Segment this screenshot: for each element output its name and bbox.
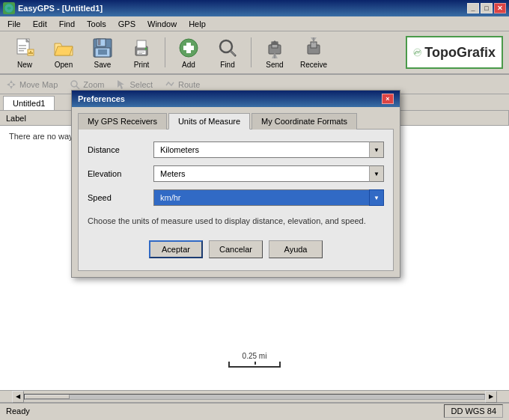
open-icon	[52, 36, 76, 60]
dialog-close-button[interactable]: ×	[382, 94, 394, 104]
dialog-body: My GPS Receivers Units of Measure My Coo…	[72, 107, 400, 277]
save-button[interactable]: Save	[84, 34, 121, 71]
distance-row: Distance Kilometers Miles Nautical Miles…	[88, 141, 384, 158]
find-button[interactable]: Find	[209, 34, 246, 71]
maximize-button[interactable]: □	[481, 3, 493, 13]
elevation-label: Elevation	[88, 169, 147, 178]
menu-window[interactable]: Window	[143, 18, 181, 30]
new-label: New	[17, 61, 32, 69]
dialog-buttons: Aceptar Cancelar Ayuda	[88, 234, 384, 261]
send-icon	[263, 36, 287, 60]
toolbar: New Open Save	[0, 31, 509, 75]
tab-gps-receivers[interactable]: My GPS Receivers	[78, 113, 167, 130]
receive-icon	[302, 36, 326, 60]
svg-rect-4	[19, 48, 26, 49]
select-icon	[116, 79, 127, 90]
find-icon	[216, 36, 240, 60]
title-bar-left: EasyGPS - [Untitled1]	[3, 2, 103, 14]
topografix-logo: TopoGrafix	[406, 36, 503, 69]
add-icon	[177, 36, 201, 60]
print-label: Print	[134, 61, 150, 69]
elevation-select[interactable]: Meters Feet	[153, 165, 384, 182]
svg-marker-37	[10, 86, 13, 89]
select-label: Select	[129, 80, 153, 89]
zoom-label: Zoom	[83, 80, 104, 89]
status-bar: Ready DD WGS 84	[0, 402, 509, 419]
scale-bar-mid	[254, 362, 256, 365]
svg-rect-15	[137, 40, 146, 48]
col-header-label: Label	[0, 111, 75, 125]
print-icon	[129, 36, 153, 60]
send-button[interactable]: Send	[256, 34, 293, 71]
speed-select[interactable]: km/hr mph knots	[153, 189, 384, 206]
route-tool: Route	[165, 79, 200, 90]
tab-units-of-measure[interactable]: Units of Measure	[168, 113, 250, 130]
scroll-left-arrow[interactable]: ◀	[12, 391, 24, 403]
status-right: DD WGS 84	[444, 404, 503, 418]
menu-bar: File Edit Find Tools GPS Window Help	[0, 16, 509, 31]
receive-button[interactable]: Receive	[295, 34, 332, 71]
move-map-tool: Move Map	[6, 79, 58, 90]
svg-rect-11	[98, 39, 100, 45]
scrollbar-track[interactable]	[24, 394, 485, 400]
toolbar-separator-1	[165, 37, 165, 67]
distance-select-wrapper: Kilometers Miles Nautical Miles ▼	[153, 141, 384, 158]
zoom-icon	[70, 79, 80, 90]
move-map-icon	[6, 79, 16, 90]
menu-find[interactable]: Find	[55, 18, 79, 30]
menu-help[interactable]: Help	[184, 18, 210, 30]
scale-bar-graphic	[228, 362, 281, 368]
svg-rect-3	[19, 45, 26, 46]
preferences-dialog: Preferences × My GPS Receivers Units of …	[71, 90, 400, 278]
svg-line-41	[76, 86, 79, 89]
title-text: EasyGPS - [Untitled1]	[18, 4, 103, 13]
distance-label: Distance	[88, 145, 147, 154]
menu-gps[interactable]: GPS	[114, 18, 140, 30]
menu-edit[interactable]: Edit	[28, 18, 52, 30]
svg-rect-22	[183, 46, 194, 50]
horizontal-scrollbar[interactable]: ◀ ▶	[0, 390, 509, 402]
svg-marker-38	[7, 83, 10, 86]
svg-rect-18	[138, 53, 142, 54]
route-icon	[165, 79, 175, 90]
print-button[interactable]: Print	[123, 34, 160, 71]
find-label: Find	[220, 61, 234, 69]
coordinate-system: DD WGS 84	[444, 404, 503, 418]
menu-file[interactable]: File	[3, 18, 25, 30]
status-left: Ready	[6, 407, 30, 416]
distance-select[interactable]: Kilometers Miles Nautical Miles	[153, 141, 384, 158]
toolbar-separator-2	[251, 37, 252, 67]
save-icon	[91, 36, 115, 60]
new-button[interactable]: New	[6, 34, 43, 71]
svg-marker-42	[118, 80, 124, 89]
speed-label: Speed	[88, 193, 147, 202]
help-button[interactable]: Ayuda	[269, 240, 323, 258]
topografix-text: TopoGrafix	[424, 45, 496, 61]
add-button[interactable]: Add	[170, 34, 207, 71]
tab-coordinate-formats[interactable]: My Coordinate Formats	[252, 113, 357, 130]
new-icon	[13, 36, 37, 60]
close-button[interactable]: ✕	[494, 3, 506, 13]
dialog-title-bar: Preferences ×	[72, 91, 400, 107]
cancel-button[interactable]: Cancelar	[209, 240, 263, 258]
speed-row: Speed km/hr mph knots ▼	[88, 189, 384, 206]
svg-line-25	[231, 51, 235, 55]
minimize-button[interactable]: _	[467, 3, 479, 13]
speed-select-wrapper: km/hr mph knots ▼	[153, 189, 384, 206]
menu-tools[interactable]: Tools	[82, 18, 111, 30]
svg-rect-5	[19, 50, 24, 52]
elevation-select-wrapper: Meters Feet ▼	[153, 165, 384, 182]
add-label: Add	[182, 61, 195, 69]
open-button[interactable]: Open	[45, 34, 82, 71]
scale-bar: 0.25 mi	[228, 352, 281, 368]
tab-untitled1[interactable]: Untitled1	[3, 96, 55, 110]
svg-marker-36	[10, 80, 13, 83]
receive-label: Receive	[300, 61, 327, 69]
accept-button[interactable]: Aceptar	[149, 240, 203, 258]
title-bar: EasyGPS - [Untitled1] _ □ ✕	[0, 0, 509, 16]
scrollbar-thumb[interactable]	[25, 395, 70, 399]
dialog-tabs: My GPS Receivers Units of Measure My Coo…	[78, 113, 394, 130]
svg-rect-13	[98, 49, 107, 55]
scroll-right-arrow[interactable]: ▶	[485, 391, 497, 403]
dialog-title-text: Preferences	[78, 94, 125, 103]
